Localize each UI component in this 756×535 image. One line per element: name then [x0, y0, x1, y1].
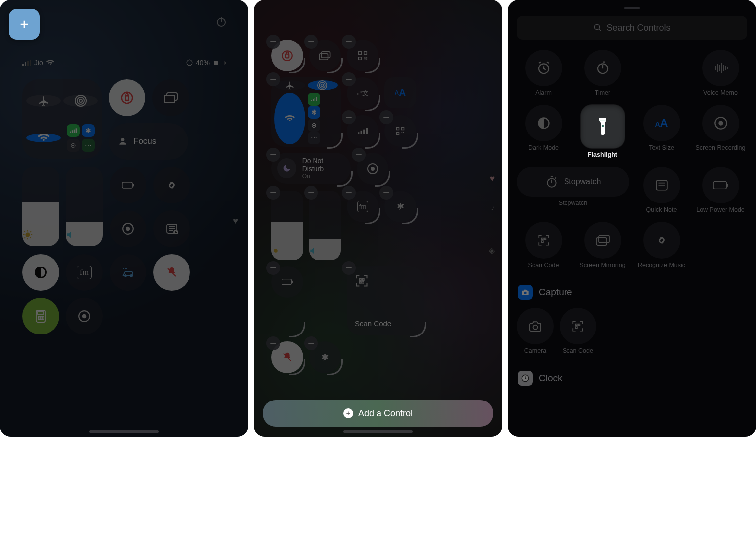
timer-control[interactable]: Timer: [576, 50, 629, 97]
resize-handle[interactable]: [337, 171, 353, 187]
remove-button[interactable]: [342, 110, 356, 124]
power-icon: [215, 16, 227, 28]
voice-memo-control[interactable]: Voice Memo: [694, 50, 747, 97]
dark-mode-control[interactable]: Dark Mode: [517, 105, 570, 159]
brightness-icon: [22, 229, 33, 240]
low-power-control[interactable]: Low Power Mode: [694, 167, 747, 214]
freeform-button[interactable]: fm: [66, 254, 103, 291]
resize-handle[interactable]: [365, 208, 380, 224]
resize-handle[interactable]: [289, 322, 305, 337]
remove-button[interactable]: [352, 148, 366, 162]
resize-handle[interactable]: [365, 58, 380, 73]
silent-icon: [166, 267, 178, 278]
resize-handle[interactable]: [289, 58, 305, 73]
wifi-toggle[interactable]: [26, 134, 61, 142]
low-power-icon: [713, 181, 728, 189]
flashlight-control[interactable]: Flashlight: [576, 105, 629, 159]
remove-button[interactable]: [266, 261, 280, 275]
resize-handle[interactable]: [327, 58, 343, 73]
moon-icon: [282, 163, 292, 173]
wifi-icon: [46, 60, 54, 66]
add-control-button[interactable]: + Add a Control: [263, 400, 493, 427]
volume-icon: [66, 229, 77, 240]
remove-button[interactable]: [266, 186, 280, 200]
remove-button[interactable]: [304, 336, 318, 350]
resize-handle[interactable]: [327, 133, 343, 149]
remove-button[interactable]: [304, 186, 318, 200]
brightness-slider[interactable]: [22, 167, 59, 246]
add-button[interactable]: [9, 9, 40, 40]
screen-mirror-icon: [596, 235, 610, 246]
remove-button[interactable]: [342, 35, 356, 49]
recognize-music-control[interactable]: Recognize Music: [635, 222, 688, 269]
svg-point-37: [40, 319, 41, 320]
connectivity-group[interactable]: ✱ ⊝ ⋯: [22, 79, 102, 159]
resize-handle[interactable]: [289, 359, 305, 375]
search-controls-field[interactable]: Search Controls: [517, 16, 747, 40]
svg-rect-13: [71, 130, 72, 133]
power-button[interactable]: [214, 15, 228, 29]
resize-handle[interactable]: [402, 208, 418, 224]
remove-button[interactable]: [342, 72, 356, 86]
hotspot-mini-icon: ⊝: [308, 119, 320, 132]
screen-recording-toggle[interactable]: [110, 210, 146, 247]
resize-handle[interactable]: [410, 322, 426, 337]
remove-button[interactable]: [266, 336, 280, 350]
screen-recording-control[interactable]: Screen Recording: [694, 105, 747, 159]
scan-code-control[interactable]: Scan Code: [517, 222, 570, 269]
extra-record-button[interactable]: [66, 298, 103, 334]
dark-mode-icon: [34, 266, 48, 279]
text-size-edit[interactable]: AA: [384, 77, 416, 108]
remove-button[interactable]: [266, 35, 280, 49]
remove-button[interactable]: [266, 148, 280, 162]
scan-code-label: Scan Code: [355, 319, 416, 328]
remove-button[interactable]: [379, 186, 393, 200]
volume-slider-edit[interactable]: [309, 191, 341, 260]
stopwatch-control[interactable]: Stopwatch Stopwatch: [517, 167, 629, 214]
low-power-toggle[interactable]: [110, 167, 146, 203]
carplay-button[interactable]: [110, 254, 146, 291]
camera-control[interactable]: Camera: [517, 308, 554, 355]
alarm-control[interactable]: Alarm: [517, 50, 570, 97]
dark-mode-toggle[interactable]: [22, 254, 59, 291]
sheet-grabber[interactable]: [624, 7, 640, 9]
alarm-icon: [536, 61, 551, 75]
resize-handle[interactable]: [327, 359, 343, 375]
focus-button[interactable]: Focus: [109, 123, 188, 160]
screen-mirroring-control[interactable]: Screen Mirroring: [576, 222, 629, 269]
screen-mirroring-toggle[interactable]: [152, 79, 189, 116]
clock-section-header: Clock: [518, 371, 747, 386]
remove-button[interactable]: [379, 110, 393, 124]
remove-button[interactable]: [342, 186, 356, 200]
airplane-toggle[interactable]: [26, 95, 61, 107]
remove-button[interactable]: [342, 261, 356, 275]
resize-handle[interactable]: [365, 133, 380, 149]
edit-grid: ✱ ⊝ ⋯ ⇄文 AA: [271, 40, 485, 392]
rotation-lock-toggle[interactable]: [109, 79, 145, 116]
airdrop-toggle[interactable]: [63, 95, 98, 107]
calculator-button[interactable]: [22, 298, 59, 334]
airdrop-icon: [75, 95, 87, 107]
svg-rect-19: [164, 95, 175, 103]
resize-handle[interactable]: [365, 95, 380, 111]
qr-icon: [571, 320, 584, 333]
brightness-slider-edit[interactable]: [271, 191, 303, 260]
silent-toggle[interactable]: [153, 254, 190, 291]
scan-code-capture-control[interactable]: Scan Code: [560, 308, 596, 355]
quick-note-control[interactable]: Quick Note: [635, 167, 688, 214]
remove-button[interactable]: [266, 72, 280, 86]
svg-rect-50: [314, 98, 315, 101]
camera-icon: [521, 289, 529, 296]
remove-button[interactable]: [304, 35, 318, 49]
shazam-button[interactable]: [153, 167, 190, 203]
svg-rect-71: [713, 182, 727, 189]
quick-note-button[interactable]: [153, 210, 190, 247]
vpn-badge: ⋯: [82, 139, 95, 152]
resize-handle[interactable]: [402, 133, 418, 149]
text-size-icon: AA: [655, 117, 668, 130]
volume-slider[interactable]: [66, 167, 103, 246]
resize-handle[interactable]: [375, 171, 390, 187]
svg-rect-60: [292, 281, 293, 283]
svg-point-33: [38, 316, 39, 317]
text-size-control[interactable]: AA Text Size: [635, 105, 688, 159]
